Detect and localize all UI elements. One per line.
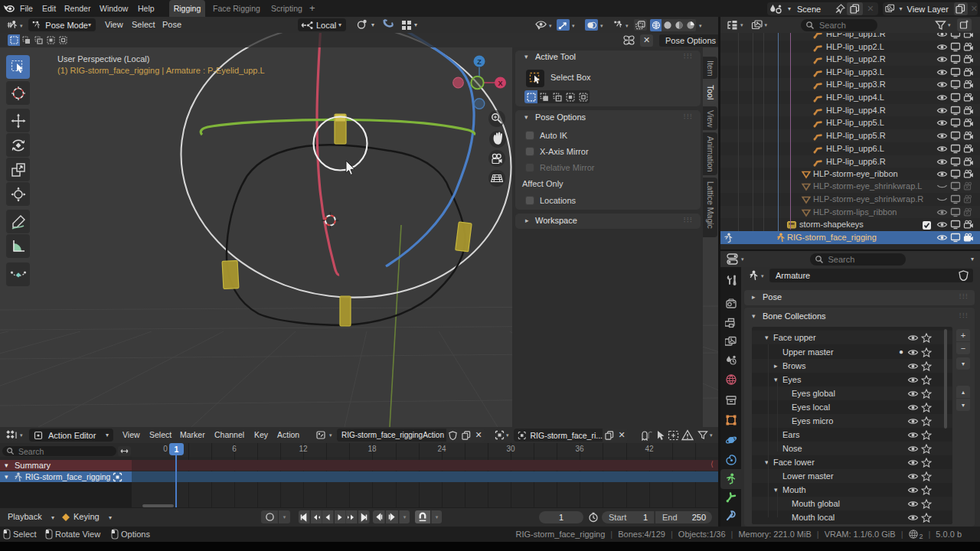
svg-text:Z: Z — [477, 58, 482, 66]
svg-text:X: X — [498, 80, 502, 87]
